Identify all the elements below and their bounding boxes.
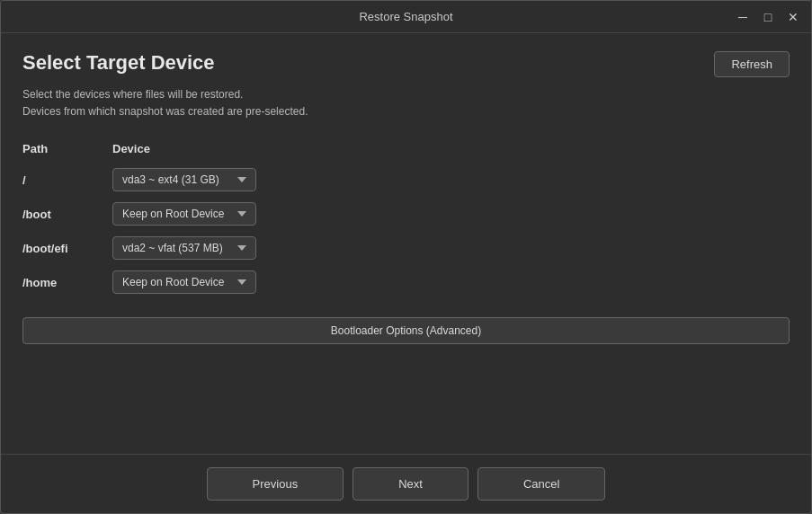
next-button[interactable]: Next (352, 467, 468, 501)
description: Select the devices where files will be r… (22, 86, 790, 120)
main-content: Select Target Device Refresh Select the … (1, 33, 811, 454)
description-line1: Select the devices where files will be r… (22, 86, 790, 103)
col-header-device: Device (112, 138, 790, 163)
description-line2: Devices from which snapshot was created … (22, 103, 790, 120)
device-select-boot-efi[interactable]: vda2 ~ vfat (537 MB) (112, 236, 256, 260)
path-home: /home (22, 269, 112, 297)
path-boot-efi: /boot/efi (22, 235, 112, 262)
device-select-home[interactable]: Keep on Root Device (112, 270, 256, 294)
maximize-button[interactable]: □ (757, 6, 779, 28)
close-button[interactable]: ✕ (782, 6, 804, 28)
device-cell-boot-efi: vda2 ~ vfat (537 MB) (112, 231, 790, 265)
device-select-boot[interactable]: Keep on Root Device (112, 202, 256, 226)
main-window: Restore Snapshot ─ □ ✕ Select Target Dev… (0, 0, 812, 514)
col-header-path: Path (22, 138, 112, 163)
header-row: Select Target Device Refresh (22, 51, 790, 77)
device-cell-root: vda3 ~ ext4 (31 GB) (112, 163, 790, 197)
footer: Previous Next Cancel (1, 454, 811, 513)
cancel-button[interactable]: Cancel (477, 467, 605, 501)
bootloader-options-button[interactable]: Bootloader Options (Advanced) (22, 317, 790, 344)
window-title: Restore Snapshot (359, 10, 452, 23)
refresh-button[interactable]: Refresh (714, 51, 790, 77)
device-table: Path Device / vda3 ~ ext4 (31 GB) /boot … (22, 138, 790, 299)
page-title: Select Target Device (22, 51, 215, 75)
minimize-button[interactable]: ─ (732, 6, 754, 28)
device-cell-home: Keep on Root Device (112, 265, 790, 299)
previous-button[interactable]: Previous (207, 467, 344, 501)
path-boot: /boot (22, 200, 112, 228)
window-controls: ─ □ ✕ (732, 6, 804, 28)
path-root: / (22, 166, 112, 194)
device-cell-boot: Keep on Root Device (112, 197, 790, 231)
titlebar: Restore Snapshot ─ □ ✕ (1, 1, 811, 33)
device-select-root[interactable]: vda3 ~ ext4 (31 GB) (112, 168, 256, 191)
